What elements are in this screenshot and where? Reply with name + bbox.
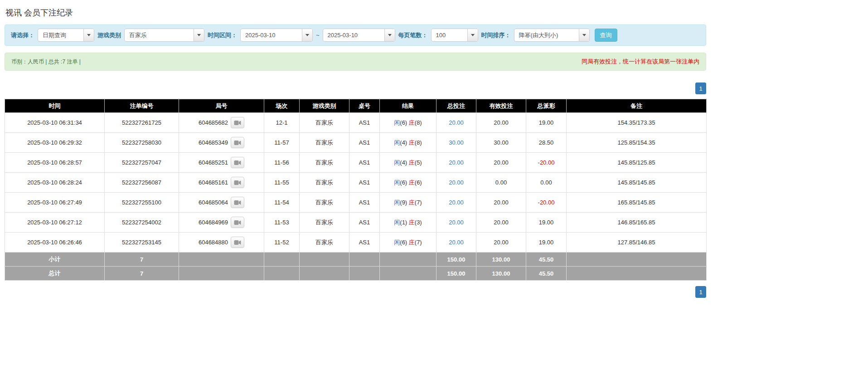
game-type-select[interactable]: 百家乐 <box>124 29 204 42</box>
round-number: 604685064 <box>199 199 228 206</box>
page-number-button[interactable]: 1 <box>695 286 706 298</box>
total-bet-link[interactable]: 20.00 <box>449 119 464 126</box>
video-replay-button[interactable] <box>231 117 244 128</box>
banker-result: 庄 <box>409 139 415 146</box>
caret-down-icon <box>582 34 586 36</box>
cell-result: 闲(1) 庄(3) <box>380 213 436 233</box>
dropdown-toggle[interactable] <box>467 29 478 41</box>
currency-summary-text: 币别：人民币 | 总共 :7 注单 | <box>11 58 81 66</box>
video-replay-button[interactable] <box>231 177 244 188</box>
cell-note: 127.85/146.85 <box>567 233 707 252</box>
cell-bet-id: 522327253145 <box>105 233 179 252</box>
banker-result: 庄 <box>409 219 415 226</box>
cell-total-bet: 30.00 <box>436 133 476 153</box>
sum-total-bet: 150.00 <box>436 267 476 281</box>
banker-result: 庄 <box>409 159 415 166</box>
cell-valid-bet: 30.00 <box>476 133 526 153</box>
round-number: 604685161 <box>199 179 228 186</box>
page-title: 视讯 会员下注纪录 <box>5 7 706 18</box>
cell-payout: 19.00 <box>526 213 567 233</box>
cell-bet-id: 522327256087 <box>105 173 179 193</box>
search-button[interactable]: 查询 <box>595 29 617 42</box>
cell-note: 125.85/154.35 <box>567 133 707 153</box>
sum-empty <box>380 267 436 281</box>
cell-session: 11-55 <box>264 173 300 193</box>
column-header: 有效投注 <box>476 99 526 113</box>
cell-bet-id: 522327257047 <box>105 153 179 173</box>
column-header: 备注 <box>567 99 707 113</box>
cell-time: 2025-03-10 06:31:34 <box>5 113 105 133</box>
info-bar: 币别：人民币 | 总共 :7 注单 | 同局有效投注，统一计算在该局第一张注单内 <box>5 53 706 71</box>
video-replay-button[interactable] <box>231 197 244 208</box>
date-from-value: 2025-03-10 <box>241 29 302 41</box>
total-bet-link[interactable]: 20.00 <box>449 219 464 226</box>
sum-empty <box>179 252 264 267</box>
cell-time: 2025-03-10 06:28:24 <box>5 173 105 193</box>
sum-payout: 45.50 <box>526 267 567 281</box>
video-replay-button[interactable] <box>231 157 244 168</box>
column-header: 时间 <box>5 99 105 113</box>
total-bet-link[interactable]: 20.00 <box>449 159 464 166</box>
tilde-separator: ~ <box>316 32 320 39</box>
video-replay-button[interactable] <box>231 217 244 228</box>
player-result: 闲 <box>394 139 400 146</box>
column-header: 桌号 <box>349 99 380 113</box>
cell-game-type: 百家乐 <box>300 173 349 193</box>
cell-payout: -20.00 <box>526 193 567 213</box>
cell-round-id: 604685161 <box>179 173 264 193</box>
banker-result: 庄 <box>409 179 415 186</box>
round-number: 604685251 <box>199 159 228 166</box>
subtotal-row: 小计7150.00130.0045.50 <box>5 252 707 267</box>
total-bet-link[interactable]: 20.00 <box>449 179 464 186</box>
player-result: 闲 <box>394 119 400 126</box>
cell-table-no: AS1 <box>349 193 380 213</box>
cell-session: 12-1 <box>264 113 300 133</box>
sum-empty <box>349 267 380 281</box>
table-row: 2025-03-10 06:27:49522327255100604685064… <box>5 193 707 213</box>
sort-select[interactable]: 降幂(由大到小) <box>514 29 590 42</box>
pagination-bottom: 1 <box>5 286 706 304</box>
table-row: 2025-03-10 06:27:12522327254002604684969… <box>5 213 707 233</box>
cell-note: 146.85/165.85 <box>567 213 707 233</box>
date-to-picker[interactable]: 2025-03-10 <box>323 29 395 42</box>
query-type-select[interactable]: 日期查询 <box>38 29 94 42</box>
dropdown-toggle[interactable] <box>83 29 94 41</box>
dropdown-toggle[interactable] <box>194 29 204 41</box>
page-number-button[interactable]: 1 <box>695 83 706 94</box>
sum-valid-bet: 130.00 <box>476 252 526 267</box>
cell-valid-bet: 20.00 <box>476 153 526 173</box>
cell-time: 2025-03-10 06:28:57 <box>5 153 105 173</box>
sum-valid-bet: 130.00 <box>476 267 526 281</box>
round-number: 604685682 <box>199 119 228 126</box>
table-row: 2025-03-10 06:28:24522327256087604685161… <box>5 173 707 193</box>
total-bet-link[interactable]: 30.00 <box>449 139 464 146</box>
cell-result: 闲(9) 庄(7) <box>380 193 436 213</box>
total-bet-link[interactable]: 20.00 <box>449 199 464 206</box>
cell-payout: 19.00 <box>526 233 567 252</box>
cell-valid-bet: 20.00 <box>476 233 526 252</box>
query-type-label: 请选择： <box>11 31 34 39</box>
cell-bet-id: 522327254002 <box>105 213 179 233</box>
page-size-value: 100 <box>432 29 467 41</box>
video-replay-button[interactable] <box>231 137 244 148</box>
page-size-select[interactable]: 100 <box>431 29 478 42</box>
caret-down-icon <box>87 34 91 36</box>
dropdown-toggle[interactable] <box>579 29 589 41</box>
banker-result: 庄 <box>409 239 415 246</box>
cell-time: 2025-03-10 06:27:49 <box>5 193 105 213</box>
table-row: 2025-03-10 06:31:34522327261725604685682… <box>5 113 707 133</box>
sum-empty <box>179 267 264 281</box>
table-row: 2025-03-10 06:26:46522327253145604684880… <box>5 233 707 252</box>
cell-result: 闲(6) 庄(8) <box>380 113 436 133</box>
dropdown-toggle[interactable] <box>302 29 312 41</box>
video-replay-icon <box>234 120 241 126</box>
date-from-picker[interactable]: 2025-03-10 <box>240 29 313 42</box>
cell-total-bet: 20.00 <box>436 213 476 233</box>
video-replay-button[interactable] <box>231 237 244 248</box>
dropdown-toggle[interactable] <box>384 29 395 41</box>
total-bet-link[interactable]: 20.00 <box>449 239 464 246</box>
cell-total-bet: 20.00 <box>436 153 476 173</box>
round-number: 604685349 <box>199 139 228 146</box>
cell-note: 145.85/145.85 <box>567 173 707 193</box>
player-result: 闲 <box>394 219 400 226</box>
